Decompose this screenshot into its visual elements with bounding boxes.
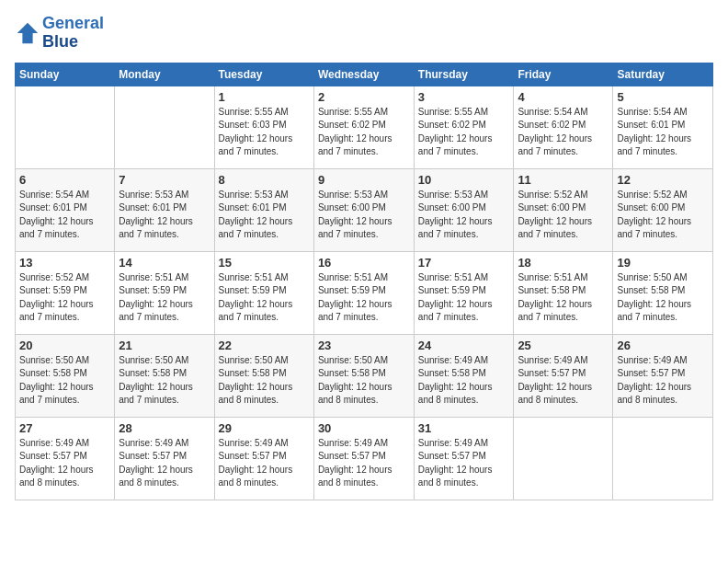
day-info: Sunrise: 5:55 AM Sunset: 6:02 PM Dayligh… — [318, 106, 410, 159]
day-number: 25 — [518, 339, 609, 352]
logo: GeneralBlue — [15, 15, 104, 52]
calendar-cell: 15Sunrise: 5:51 AM Sunset: 5:59 PM Dayli… — [214, 251, 313, 334]
day-number: 29 — [219, 421, 310, 435]
day-number: 13 — [19, 256, 110, 270]
logo-icon — [15, 20, 40, 46]
calendar-week-2: 13Sunrise: 5:52 AM Sunset: 5:59 PM Dayli… — [16, 251, 713, 334]
day-info: Sunrise: 5:49 AM Sunset: 5:57 PM Dayligh… — [617, 354, 709, 408]
calendar-cell: 30Sunrise: 5:49 AM Sunset: 5:57 PM Dayli… — [313, 417, 414, 500]
day-info: Sunrise: 5:54 AM Sunset: 6:01 PM Dayligh… — [617, 106, 709, 159]
calendar-cell: 5Sunrise: 5:54 AM Sunset: 6:01 PM Daylig… — [613, 86, 713, 168]
day-info: Sunrise: 5:53 AM Sunset: 6:00 PM Dayligh… — [318, 189, 410, 242]
calendar-cell: 16Sunrise: 5:51 AM Sunset: 5:59 PM Dayli… — [313, 251, 414, 334]
page-header: GeneralBlue — [15, 15, 713, 52]
calendar-cell: 9Sunrise: 5:53 AM Sunset: 6:00 PM Daylig… — [313, 168, 414, 251]
calendar-cell: 29Sunrise: 5:49 AM Sunset: 5:57 PM Dayli… — [214, 417, 313, 500]
day-info: Sunrise: 5:49 AM Sunset: 5:57 PM Dayligh… — [318, 437, 410, 490]
calendar-cell: 21Sunrise: 5:50 AM Sunset: 5:58 PM Dayli… — [115, 334, 214, 417]
calendar-cell: 12Sunrise: 5:52 AM Sunset: 6:00 PM Dayli… — [613, 168, 713, 251]
day-info: Sunrise: 5:51 AM Sunset: 5:59 PM Dayligh… — [418, 271, 510, 325]
calendar-cell: 18Sunrise: 5:51 AM Sunset: 5:58 PM Dayli… — [514, 251, 613, 334]
day-info: Sunrise: 5:52 AM Sunset: 6:00 PM Dayligh… — [617, 189, 709, 242]
day-info: Sunrise: 5:53 AM Sunset: 6:01 PM Dayligh… — [219, 189, 310, 242]
calendar-cell — [613, 417, 713, 500]
calendar-cell: 24Sunrise: 5:49 AM Sunset: 5:58 PM Dayli… — [414, 334, 514, 417]
day-number: 27 — [19, 421, 110, 435]
calendar-cell: 31Sunrise: 5:49 AM Sunset: 5:57 PM Dayli… — [414, 417, 514, 500]
day-info: Sunrise: 5:50 AM Sunset: 5:58 PM Dayligh… — [19, 354, 110, 408]
calendar-week-0: 1Sunrise: 5:55 AM Sunset: 6:03 PM Daylig… — [16, 86, 713, 168]
day-info: Sunrise: 5:51 AM Sunset: 5:59 PM Dayligh… — [219, 271, 310, 325]
day-header-sunday: Sunday — [16, 63, 115, 86]
calendar-cell: 3Sunrise: 5:55 AM Sunset: 6:02 PM Daylig… — [414, 86, 514, 168]
day-info: Sunrise: 5:52 AM Sunset: 6:00 PM Dayligh… — [518, 189, 609, 242]
day-number: 6 — [19, 173, 110, 187]
day-info: Sunrise: 5:54 AM Sunset: 6:01 PM Dayligh… — [19, 189, 110, 242]
day-info: Sunrise: 5:51 AM Sunset: 5:58 PM Dayligh… — [518, 271, 609, 325]
day-number: 11 — [518, 173, 609, 187]
day-number: 5 — [617, 90, 709, 104]
calendar-week-1: 6Sunrise: 5:54 AM Sunset: 6:01 PM Daylig… — [16, 168, 713, 251]
day-info: Sunrise: 5:51 AM Sunset: 5:59 PM Dayligh… — [119, 271, 210, 325]
calendar-cell: 26Sunrise: 5:49 AM Sunset: 5:57 PM Dayli… — [613, 334, 713, 417]
calendar-cell: 8Sunrise: 5:53 AM Sunset: 6:01 PM Daylig… — [214, 168, 313, 251]
day-number: 12 — [617, 173, 709, 187]
calendar-cell: 13Sunrise: 5:52 AM Sunset: 5:59 PM Dayli… — [16, 251, 115, 334]
calendar-week-3: 20Sunrise: 5:50 AM Sunset: 5:58 PM Dayli… — [16, 334, 713, 417]
day-header-wednesday: Wednesday — [313, 63, 414, 86]
day-info: Sunrise: 5:50 AM Sunset: 5:58 PM Dayligh… — [617, 271, 709, 325]
calendar-week-4: 27Sunrise: 5:49 AM Sunset: 5:57 PM Dayli… — [16, 417, 713, 500]
day-info: Sunrise: 5:55 AM Sunset: 6:02 PM Dayligh… — [418, 106, 510, 159]
calendar-cell: 10Sunrise: 5:53 AM Sunset: 6:00 PM Dayli… — [414, 168, 514, 251]
day-header-monday: Monday — [115, 63, 214, 86]
calendar-cell: 23Sunrise: 5:50 AM Sunset: 5:58 PM Dayli… — [313, 334, 414, 417]
calendar-cell: 7Sunrise: 5:53 AM Sunset: 6:01 PM Daylig… — [115, 168, 214, 251]
day-info: Sunrise: 5:49 AM Sunset: 5:58 PM Dayligh… — [418, 354, 510, 408]
day-number: 3 — [418, 90, 510, 104]
day-number: 22 — [219, 339, 310, 352]
day-number: 14 — [119, 256, 210, 270]
calendar-cell: 17Sunrise: 5:51 AM Sunset: 5:59 PM Dayli… — [414, 251, 514, 334]
day-info: Sunrise: 5:50 AM Sunset: 5:58 PM Dayligh… — [119, 354, 210, 408]
day-info: Sunrise: 5:49 AM Sunset: 5:57 PM Dayligh… — [518, 354, 609, 408]
calendar-cell: 2Sunrise: 5:55 AM Sunset: 6:02 PM Daylig… — [313, 86, 414, 168]
day-number: 8 — [219, 173, 310, 187]
calendar-cell: 27Sunrise: 5:49 AM Sunset: 5:57 PM Dayli… — [16, 417, 115, 500]
day-number: 1 — [219, 90, 310, 104]
calendar-cell: 19Sunrise: 5:50 AM Sunset: 5:58 PM Dayli… — [613, 251, 713, 334]
calendar-cell: 11Sunrise: 5:52 AM Sunset: 6:00 PM Dayli… — [514, 168, 613, 251]
day-number: 19 — [617, 256, 709, 270]
day-number: 31 — [418, 421, 510, 435]
day-number: 18 — [518, 256, 609, 270]
calendar-cell: 22Sunrise: 5:50 AM Sunset: 5:58 PM Dayli… — [214, 334, 313, 417]
day-info: Sunrise: 5:49 AM Sunset: 5:57 PM Dayligh… — [219, 437, 310, 490]
day-number: 30 — [318, 421, 410, 435]
day-number: 9 — [318, 173, 410, 187]
day-info: Sunrise: 5:49 AM Sunset: 5:57 PM Dayligh… — [119, 437, 210, 490]
day-header-tuesday: Tuesday — [214, 63, 313, 86]
calendar-cell: 4Sunrise: 5:54 AM Sunset: 6:02 PM Daylig… — [514, 86, 613, 168]
calendar-cell — [115, 86, 214, 168]
calendar-table: SundayMondayTuesdayWednesdayThursdayFrid… — [15, 63, 713, 500]
day-info: Sunrise: 5:54 AM Sunset: 6:02 PM Dayligh… — [518, 106, 609, 159]
calendar-cell: 1Sunrise: 5:55 AM Sunset: 6:03 PM Daylig… — [214, 86, 313, 168]
day-number: 26 — [617, 339, 709, 352]
calendar-cell: 20Sunrise: 5:50 AM Sunset: 5:58 PM Dayli… — [16, 334, 115, 417]
day-info: Sunrise: 5:49 AM Sunset: 5:57 PM Dayligh… — [418, 437, 510, 490]
day-number: 10 — [418, 173, 510, 187]
day-info: Sunrise: 5:52 AM Sunset: 5:59 PM Dayligh… — [19, 271, 110, 325]
day-number: 2 — [318, 90, 410, 104]
day-number: 20 — [19, 339, 110, 352]
day-number: 21 — [119, 339, 210, 352]
day-number: 7 — [119, 173, 210, 187]
day-info: Sunrise: 5:55 AM Sunset: 6:03 PM Dayligh… — [219, 106, 310, 159]
day-info: Sunrise: 5:51 AM Sunset: 5:59 PM Dayligh… — [318, 271, 410, 325]
calendar-cell: 25Sunrise: 5:49 AM Sunset: 5:57 PM Dayli… — [514, 334, 613, 417]
day-header-friday: Friday — [514, 63, 613, 86]
calendar-cell — [16, 86, 115, 168]
day-info: Sunrise: 5:50 AM Sunset: 5:58 PM Dayligh… — [318, 354, 410, 408]
calendar-cell: 28Sunrise: 5:49 AM Sunset: 5:57 PM Dayli… — [115, 417, 214, 500]
calendar-cell — [514, 417, 613, 500]
calendar-cell: 6Sunrise: 5:54 AM Sunset: 6:01 PM Daylig… — [16, 168, 115, 251]
day-number: 15 — [219, 256, 310, 270]
